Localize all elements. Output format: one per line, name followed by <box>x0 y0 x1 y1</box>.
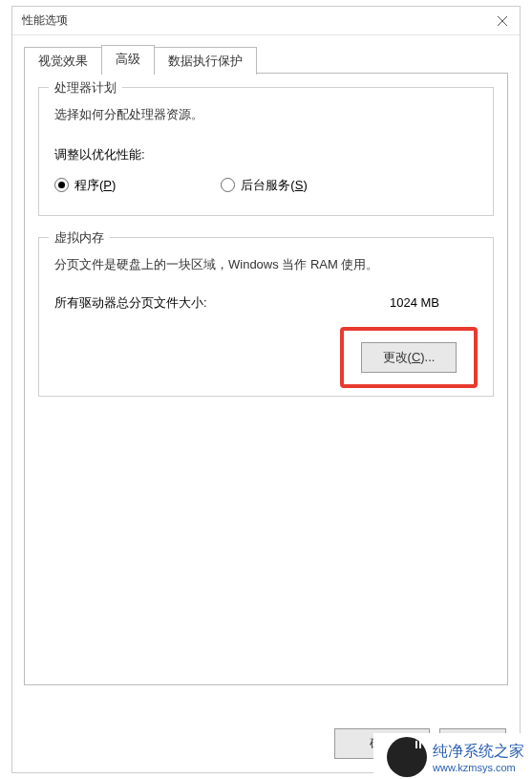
cpu-adjust-label: 调整以优化性能: <box>54 146 478 163</box>
content-area: 视觉效果 高级 数据执行保护 处理器计划 选择如何分配处理器资源。 调整以优化性… <box>12 35 520 695</box>
watermark-title: 纯净系统之家 <box>433 742 524 762</box>
performance-options-window: 性能选项 视觉效果 高级 数据执行保护 处理器计划 选择如何分配处理器资源。 调… <box>11 6 521 773</box>
radio-icon <box>54 178 69 192</box>
tab-dep[interactable]: 数据执行保护 <box>154 47 257 75</box>
change-button[interactable]: 更改(C)... <box>361 342 457 373</box>
tab-visual-effects[interactable]: 视觉效果 <box>24 47 102 75</box>
cpu-radio-row: 程序(P) 后台服务(S) <box>54 177 478 194</box>
titlebar: 性能选项 <box>12 7 520 35</box>
group-title-cpu: 处理器计划 <box>49 79 122 97</box>
radio-programs[interactable]: 程序(P) <box>54 177 116 194</box>
tab-advanced[interactable]: 高级 <box>101 45 155 74</box>
cpu-desc: 选择如何分配处理器资源。 <box>54 105 478 125</box>
watermark-logo-icon <box>387 737 427 777</box>
change-button-wrap: 更改(C)... <box>54 327 478 388</box>
vm-desc: 分页文件是硬盘上的一块区域，Windows 当作 RAM 使用。 <box>54 255 478 275</box>
close-icon[interactable] <box>493 11 512 31</box>
processor-scheduling-group: 处理器计划 选择如何分配处理器资源。 调整以优化性能: 程序(P) 后台服务(S… <box>38 87 494 216</box>
highlight-annotation: 更改(C)... <box>340 327 478 388</box>
radio-background[interactable]: 后台服务(S) <box>221 177 307 194</box>
radio-icon <box>221 178 235 192</box>
group-title-vm: 虚拟内存 <box>49 229 110 247</box>
tab-strip: 视觉效果 高级 数据执行保护 <box>24 45 508 74</box>
radio-background-label: 后台服务(S) <box>241 177 307 194</box>
watermark-text-wrap: 纯净系统之家 www.kzmsys.com <box>433 742 524 773</box>
vm-total-row: 所有驱动器总分页文件大小: 1024 MB <box>54 294 478 312</box>
virtual-memory-group: 虚拟内存 分页文件是硬盘上的一块区域，Windows 当作 RAM 使用。 所有… <box>38 237 494 397</box>
watermark: 纯净系统之家 www.kzmsys.com <box>373 733 532 779</box>
tab-panel-advanced: 处理器计划 选择如何分配处理器资源。 调整以优化性能: 程序(P) 后台服务(S… <box>24 74 508 685</box>
vm-total-label: 所有驱动器总分页文件大小: <box>54 294 207 312</box>
watermark-url: www.kzmsys.com <box>433 762 524 773</box>
radio-programs-label: 程序(P) <box>74 177 116 194</box>
window-title: 性能选项 <box>22 12 68 29</box>
vm-total-value: 1024 MB <box>390 295 439 310</box>
